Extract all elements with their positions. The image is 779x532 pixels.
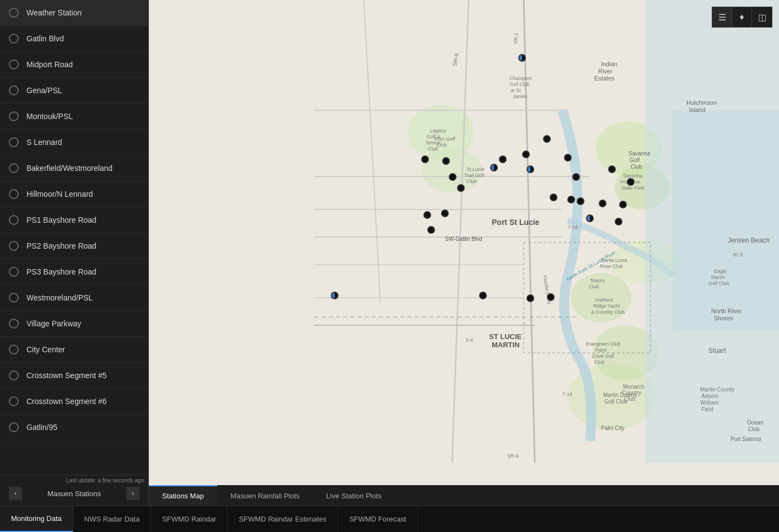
station-marker-9[interactable] [543,135,551,143]
sidebar-item-6[interactable]: Bakerfield/Westmoreland [0,155,148,181]
sidebar-radio-14 [9,370,19,380]
station-marker-15[interactable] [567,196,575,203]
nav-next-button[interactable]: › [126,487,139,500]
svg-text:St Lucie: St Lucie [466,166,485,172]
station-marker-11[interactable] [572,173,580,181]
map-svg: Indian River Estates Hutchinson Island S… [149,0,779,506]
sidebar-item-2[interactable]: Midport Road [0,52,148,78]
station-marker-26[interactable] [527,294,534,302]
sidebar-item-4[interactable]: Montouk/PSL [0,104,148,130]
svg-rect-22 [673,110,779,331]
station-marker-23[interactable] [441,209,449,217]
station-marker-4[interactable] [449,173,456,181]
svg-text:Harbour: Harbour [595,297,614,303]
station-marker-2[interactable] [442,157,450,165]
svg-text:North River: North River [711,308,742,314]
sidebar-item-label-10: PS3 Bayshore Road [26,267,96,276]
svg-text:River Club: River Club [600,264,623,269]
svg-text:Golf &: Golf & [427,134,440,139]
sidebar-item-5[interactable]: S Lennard [0,130,148,155]
station-marker-22[interactable] [427,226,435,234]
sidebar-item-8[interactable]: PS1 Bayshore Road [0,207,148,233]
station-marker-6[interactable] [499,155,507,163]
sidebar-radio-8 [9,215,19,225]
svg-text:Eagle: Eagle [714,268,727,274]
sidebar-item-label-0: Weather Station [26,8,82,17]
sidebar-item-13[interactable]: City Center [0,337,148,363]
station-marker-27[interactable] [547,293,555,301]
station-marker-3[interactable] [490,164,498,171]
sidebar-radio-1 [9,34,19,44]
svg-text:Marsh: Marsh [711,275,725,280]
bottom-tab-4[interactable]: SFWMD Forecast [338,506,417,532]
station-marker-14[interactable] [550,194,557,201]
list-view-button[interactable]: ☰ [712,7,732,27]
grid-view-button[interactable]: ◫ [752,7,772,27]
station-marker-8[interactable] [527,165,534,173]
map-tab-0[interactable]: Stations Map [149,485,217,506]
station-marker-16[interactable] [577,197,584,205]
sidebar-radio-15 [9,396,19,406]
station-marker-17[interactable] [599,200,606,207]
bottom-tab-2[interactable]: SFWMD Raindar [151,506,228,532]
sidebar-radio-7 [9,189,19,199]
sidebar-item-1[interactable]: Gatlin Blvd [0,26,148,52]
svg-text:Tesoro: Tesoro [590,278,605,283]
station-marker-5[interactable] [457,184,465,192]
svg-text:& Country Club: & Country Club [591,309,625,315]
svg-text:Club: Club [631,164,642,170]
svg-text:Jensen Beach: Jensen Beach [728,237,770,244]
svg-text:Club: Club [624,396,636,402]
station-marker-25[interactable] [479,292,487,299]
map-tab-2[interactable]: Live Station Plots [313,485,395,506]
sidebar-nav: ‹ Masuen Stations › [4,483,144,503]
sidebar-item-label-14: Crosstown Segment #5 [26,371,107,380]
bottom-tab-3[interactable]: SFWMD Raindar Estimates [228,506,338,532]
sidebar-item-11[interactable]: Westmoreland/PSL [0,285,148,311]
layers-button[interactable]: ♦ [732,7,752,27]
sidebar-radio-11 [9,293,19,303]
station-marker-20[interactable] [615,218,622,225]
sidebar-item-label-4: Montouk/PSL [26,112,73,121]
sidebar-item-14[interactable]: Crosstown Segment #5 [0,363,148,389]
station-marker-7[interactable] [522,151,530,158]
svg-text:Cove Golf: Cove Golf [592,353,615,359]
svg-text:Club: Club [589,284,599,289]
sidebar-item-10[interactable]: PS3 Bayshore Road [0,259,148,285]
station-marker-1[interactable] [421,155,429,163]
sidebar-radio-16 [9,422,19,432]
sidebar-item-7[interactable]: Hillmoor/N Lennard [0,181,148,207]
sidebar-item-0[interactable]: Weather Station [0,0,148,26]
station-marker-10[interactable] [564,154,572,162]
bottom-tab-1[interactable]: NWS Radar Data [73,506,151,532]
nav-prev-button[interactable]: ‹ [9,487,22,500]
svg-text:Estates: Estates [594,75,615,82]
sidebar-item-label-8: PS1 Bayshore Road [26,216,96,224]
station-marker-18[interactable] [619,201,627,208]
bottom-tab-0[interactable]: Monitoring Data [0,506,73,532]
sidebar-item-label-2: Midport Road [26,60,73,69]
sidebar-item-16[interactable]: Gatlin/95 [0,415,148,440]
sidebar-item-label-9: PS2 Bayshore Road [26,241,96,250]
sidebar-radio-0 [9,8,19,18]
map-background: Indian River Estates Hutchinson Island S… [149,0,779,506]
svg-text:Palm City: Palm City [601,425,625,431]
svg-text:River: River [598,68,613,74]
station-marker-19[interactable] [586,214,594,222]
sidebar-item-9[interactable]: PS2 Bayshore Road [0,233,148,259]
station-marker-24[interactable] [331,292,339,299]
sidebar-item-label-15: Crosstown Segment #6 [26,397,107,406]
station-marker-13[interactable] [627,178,635,186]
sidebar-item-3[interactable]: Gena/PSL [0,78,148,104]
svg-text:MARTIN: MARTIN [492,341,520,349]
map-container[interactable]: Indian River Estates Hutchinson Island S… [149,0,779,506]
station-marker-0[interactable] [518,54,526,62]
sidebar-item-12[interactable]: Village Parkway [0,311,148,337]
sidebar-item-label-7: Hillmoor/N Lennard [26,190,93,198]
sidebar-radio-12 [9,319,19,329]
sidebar-item-15[interactable]: Crosstown Segment #6 [0,389,148,415]
map-tab-1[interactable]: Masuen Rainfall Plots [217,485,313,506]
sidebar-item-label-16: Gatlin/95 [26,423,57,432]
station-marker-12[interactable] [608,165,616,173]
station-marker-21[interactable] [423,211,431,219]
